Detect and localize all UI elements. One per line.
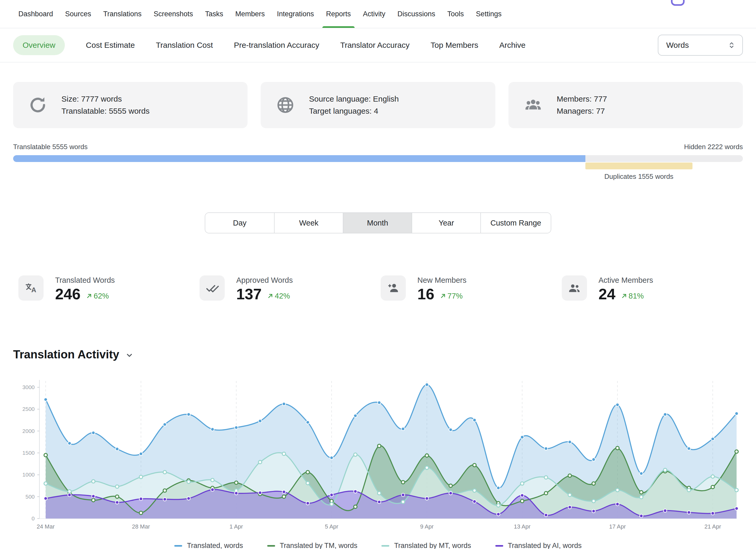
- report-tab-bar: OverviewCost EstimateTranslation CostPre…: [0, 28, 756, 62]
- progress-track: [13, 155, 743, 162]
- report-tab-list: OverviewCost EstimateTranslation CostPre…: [13, 35, 526, 55]
- svg-text:3000: 3000: [22, 384, 35, 390]
- unit-select-value: Words: [666, 41, 689, 50]
- chevron-down-icon[interactable]: [125, 351, 134, 360]
- tab-translation-cost[interactable]: Translation Cost: [156, 41, 213, 50]
- progress-translatable-bar: [13, 155, 585, 162]
- tab-translator-accuracy[interactable]: Translator Accuracy: [340, 41, 409, 50]
- stat-approved-words: Approved Words13742%: [199, 275, 381, 303]
- trend-up-icon: [621, 292, 628, 299]
- tab-pre-translation-accuracy[interactable]: Pre-translation Accuracy: [234, 41, 319, 50]
- translatable-label: Translatable 5555 words: [13, 143, 88, 151]
- nav-item-translations[interactable]: Translations: [103, 0, 141, 28]
- duplicates-row: [13, 163, 743, 169]
- nav-item-settings[interactable]: Settings: [476, 0, 502, 28]
- stat-change: 62%: [86, 292, 109, 300]
- activity-section-header: Translation Activity: [13, 348, 743, 361]
- nav-item-activity[interactable]: Activity: [363, 0, 386, 28]
- translation-activity-chart: 24 Mar28 Mar1 Apr5 Apr9 Apr13 Apr17 Apr2…: [13, 367, 743, 538]
- info-cards: Size: 7777 wordsTranslatable: 5555 words…: [13, 82, 743, 128]
- legend-swatch: [495, 545, 503, 547]
- legend-translated-by-tm-words[interactable]: Translated by TM, words: [267, 542, 358, 549]
- info-card-text: Members: 777Managers: 77: [557, 93, 607, 117]
- person-add-icon-box: [381, 275, 406, 301]
- info-card-0: Size: 7777 wordsTranslatable: 5555 words: [13, 82, 248, 128]
- svg-text:2000: 2000: [22, 428, 35, 434]
- stat-change: 81%: [621, 292, 644, 300]
- tab-overview[interactable]: Overview: [13, 35, 65, 55]
- double-check-icon-box: [199, 275, 225, 301]
- progress-section: Translatable 5555 words Hidden 2222 word…: [13, 143, 743, 182]
- cutoff-avatar[interactable]: [671, 0, 685, 6]
- nav-item-dashboard[interactable]: Dashboard: [18, 0, 53, 28]
- members-icon: [523, 95, 543, 115]
- svg-text:0: 0: [31, 515, 35, 521]
- duplicates-label-row: Duplicates 1555 words: [13, 172, 743, 182]
- people-icon-box: [562, 275, 587, 301]
- info-card-2: Members: 777Managers: 77: [508, 82, 743, 128]
- stat-change: 77%: [440, 292, 463, 300]
- svg-text:A: A: [31, 286, 36, 294]
- legend-swatch: [174, 545, 182, 547]
- info-card-1: Source language: EnglishTarget languages…: [261, 82, 495, 128]
- svg-text:2500: 2500: [22, 406, 35, 412]
- range-year[interactable]: Year: [412, 213, 480, 233]
- globe-icon: [275, 95, 295, 115]
- range-week[interactable]: Week: [274, 213, 343, 233]
- legend-swatch: [381, 545, 389, 547]
- reports-page: DashboardSourcesTranslationsScreenshotsT…: [0, 0, 756, 549]
- nav-item-discussions[interactable]: Discussions: [397, 0, 435, 28]
- stat-label: New Members: [417, 276, 466, 285]
- svg-text:1 Apr: 1 Apr: [229, 523, 243, 530]
- trend-up-icon: [440, 292, 447, 299]
- nav-item-screenshots[interactable]: Screenshots: [154, 0, 193, 28]
- stat-label: Translated Words: [55, 276, 115, 285]
- legend-label: Translated by MT, words: [394, 542, 471, 549]
- svg-text:24 Mar: 24 Mar: [37, 523, 55, 530]
- tab-cost-estimate[interactable]: Cost Estimate: [86, 41, 135, 50]
- legend-translated-by-mt-words[interactable]: Translated by MT, words: [381, 542, 471, 549]
- range-custom-range[interactable]: Custom Range: [480, 213, 550, 233]
- legend-label: Translated by AI, words: [508, 542, 582, 549]
- nav-item-integrations[interactable]: Integrations: [277, 0, 314, 28]
- tab-archive[interactable]: Archive: [499, 41, 526, 50]
- stat-change: 42%: [267, 292, 290, 300]
- nav-item-tasks[interactable]: Tasks: [205, 0, 223, 28]
- range-month[interactable]: Month: [343, 213, 412, 233]
- tab-top-members[interactable]: Top Members: [431, 41, 478, 50]
- unit-select[interactable]: Words: [658, 35, 743, 56]
- legend-translated-words[interactable]: Translated, words: [174, 542, 243, 549]
- hidden-label: Hidden 2222 words: [684, 143, 743, 151]
- legend-swatch: [267, 545, 275, 547]
- stat-value: 16: [417, 285, 434, 303]
- nav-item-members[interactable]: Members: [235, 0, 265, 28]
- trend-up-icon: [267, 292, 274, 299]
- sync-icon: [28, 95, 48, 115]
- progress-duplicates-bar: [585, 163, 693, 169]
- nav-item-reports[interactable]: Reports: [326, 0, 351, 28]
- stat-translated-words: ATranslated Words24662%: [18, 275, 199, 303]
- svg-text:1500: 1500: [22, 450, 35, 456]
- stat-new-members: New Members1677%: [381, 275, 562, 303]
- stat-label: Approved Words: [236, 276, 293, 285]
- stat-value: 246: [55, 285, 81, 303]
- updown-icon: [727, 41, 736, 50]
- svg-text:5 Apr: 5 Apr: [325, 523, 338, 530]
- stat-label: Active Members: [599, 276, 653, 285]
- double-check-icon: [205, 281, 219, 295]
- progress-labels: Translatable 5555 words Hidden 2222 word…: [13, 143, 743, 151]
- legend-label: Translated by TM, words: [280, 542, 358, 549]
- stat-value: 24: [599, 285, 616, 303]
- range-selector: DayWeekMonthYearCustom Range: [205, 212, 551, 233]
- nav-item-sources[interactable]: Sources: [65, 0, 91, 28]
- range-selector-wrap: DayWeekMonthYearCustom Range: [0, 212, 756, 233]
- duplicates-label: Duplicates 1555 words: [604, 172, 673, 181]
- svg-text:13 Apr: 13 Apr: [514, 523, 531, 530]
- legend-translated-by-ai-words[interactable]: Translated by AI, words: [495, 542, 582, 549]
- nav-item-tools[interactable]: Tools: [447, 0, 464, 28]
- people-icon: [568, 281, 581, 295]
- person-add-icon: [386, 281, 400, 295]
- range-day[interactable]: Day: [205, 213, 274, 233]
- svg-text:21 Apr: 21 Apr: [704, 523, 721, 530]
- svg-text:28 Mar: 28 Mar: [132, 523, 150, 530]
